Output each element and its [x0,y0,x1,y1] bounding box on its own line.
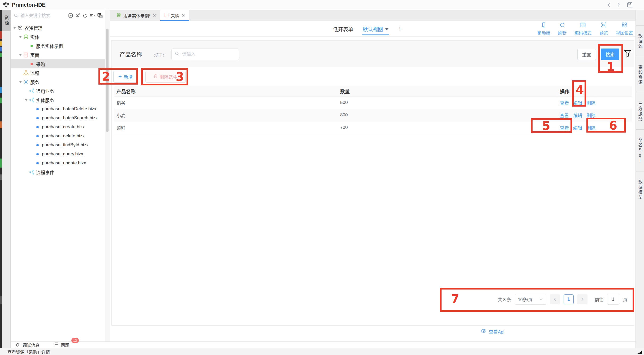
resource-sidebar: AI En文 农资管理实体服务实体示例页面采购流程服务通用业务实体服务purch… [11,10,105,341]
close-icon[interactable] [182,13,185,18]
left-tab-resources[interactable]: 资源 [2,10,11,31]
save-icon[interactable] [627,2,633,8]
add-resource-icon[interactable] [75,13,81,18]
tree-item[interactable]: 流程 [11,68,105,77]
db-icon [116,13,121,18]
tree-item-label: 农资管理 [24,25,42,31]
right-tab-label: 命名Sql [637,138,643,164]
debug-info-item[interactable]: 调试信息 [15,342,40,348]
table-row: 稻谷500查看编辑删除 [114,97,632,109]
collapse-list-icon[interactable] [90,13,95,18]
dot-green-icon [28,45,35,47]
toolbar-button-label: 预览 [599,29,608,36]
tree-item[interactable]: purchase_update.bizx [11,159,105,168]
sidebar-search-input[interactable] [20,13,66,18]
tree-item[interactable]: 服务 [11,77,105,86]
tree-caret-icon[interactable] [18,54,23,56]
tree-item[interactable]: 流程事件 [11,168,105,177]
sidebar-scrollbar[interactable] [105,10,110,341]
add-view-button[interactable]: + [398,25,402,33]
right-tab-label: 数据模型 [637,180,643,200]
tree-item[interactable]: purchase_batchDelete.bizx [11,104,105,113]
cell-quantity: 800 [340,112,560,118]
tree-caret-icon[interactable] [12,27,17,29]
annotation-box-1: 1 [598,44,623,73]
toolbar-button-mobile[interactable]: 移动端 [537,22,550,36]
bottom-panel-bar: 调试信息 问题 13 [11,341,636,348]
row-action-delete[interactable]: 删除 [586,112,595,119]
page-icon [23,52,29,58]
tab-low-code-form[interactable]: 低开表单 [333,25,353,33]
cell-quantity: 700 [340,125,560,130]
search-icon [175,51,180,57]
tree-item[interactable]: 通用业务 [11,86,105,95]
tree-item[interactable]: purchase_delete.bizx [11,132,105,141]
column-header-product: 产品名称 [114,88,340,95]
svg-text:AI: AI [70,15,72,17]
tree-item-label: 页面 [30,52,39,58]
tree-item-label: 通用业务 [36,88,54,94]
tree-item[interactable]: purchase_batchSearch.bizx [11,113,105,122]
problems-item[interactable]: 问题 13 [53,342,69,348]
cell-actions: 查看编辑删除 [560,112,632,119]
refresh-icon[interactable] [83,13,88,18]
problems-count-badge: 13 [71,338,79,343]
tab-entity-example[interactable]: 服务实体示例* [112,10,160,21]
nav-forward-icon[interactable] [617,3,620,7]
search-icon [14,13,19,18]
filter-funnel-icon[interactable] [624,50,632,59]
tree-item[interactable]: purchase_query.bizx [11,150,105,159]
tab-purchase[interactable]: 采购 [160,10,189,21]
row-action-delete[interactable]: 删除 [586,99,595,106]
tab-default-view[interactable]: 默认视图 [363,21,388,37]
tree-item[interactable]: purchase_findById.bizx [11,141,105,150]
row-action-view[interactable]: 查看 [560,112,569,119]
debug-icon [15,342,20,348]
editor-toolbar: 移动端刷新编码模式预览视图设置 [537,21,633,37]
translate-icon[interactable]: En文 [97,13,103,18]
toolbar-button-label: 刷新 [558,29,567,36]
status-bar: 查看资源「采购」详情 [0,348,644,355]
toolbar-button-view-settings[interactable]: 视图设置 [616,22,633,36]
resource-tree: 农资管理实体服务实体示例页面采购流程服务通用业务实体服务purchase_bat… [11,21,105,341]
cell-actions: 查看编辑删除 [560,99,632,106]
tree-item[interactable]: 服务实体示例 [11,41,105,50]
tree-item-label: purchase_batchDelete.bizx [42,106,96,112]
row-action-view[interactable]: 查看 [560,99,569,106]
tree-caret-icon[interactable] [18,36,23,38]
tab-label: 服务实体示例* [123,12,150,19]
row-action-edit[interactable]: 编辑 [573,112,582,119]
nav-back-icon[interactable] [607,3,611,7]
app-logo-icon [3,2,10,8]
primeton-ide-window: Primeton-IDE 资源 AI En文 农 [0,0,644,355]
tree-item-label: 流程 [30,70,39,76]
right-tab[interactable]: 三方服务 [636,93,644,129]
tree-item-label: 采购 [36,61,45,67]
toolbar-button-code[interactable]: 编码模式 [574,22,591,36]
tree-item[interactable]: 页面 [11,50,105,59]
annotation-box-5: 5 [531,118,572,133]
annotation-box-4: 4 [572,80,586,107]
tree-item[interactable]: 农资管理 [11,23,105,32]
right-tab[interactable]: 数据模型 [636,172,644,208]
tree-item[interactable]: 实体服务 [11,95,105,104]
right-tab[interactable]: 命名Sql [636,129,644,172]
right-tab[interactable]: 离线资源 [636,57,644,93]
right-tab[interactable]: 数据源 [636,25,644,57]
tree-item[interactable]: 采购 [11,59,105,68]
annotation-box-3: 3 [141,68,188,85]
tree-item[interactable]: purchase_create.bizx [11,122,105,132]
tree-item[interactable]: 实体 [11,32,105,41]
tree-caret-icon[interactable] [18,81,23,83]
row-action-edit[interactable]: 编辑 [573,124,582,131]
view-api-link[interactable]: 查看Api [481,328,504,335]
filter-input[interactable] [182,52,236,57]
ai-assistant-icon[interactable]: AI [68,13,73,18]
toolbar-button-refresh[interactable]: 刷新 [558,22,567,36]
toolbar-button-preview[interactable]: 预览 [599,22,608,36]
reset-button[interactable]: 重置 [577,49,596,60]
gear-icon [23,79,29,85]
tree-caret-icon[interactable] [24,99,28,101]
close-icon[interactable] [153,13,156,18]
share-icon [28,97,35,103]
